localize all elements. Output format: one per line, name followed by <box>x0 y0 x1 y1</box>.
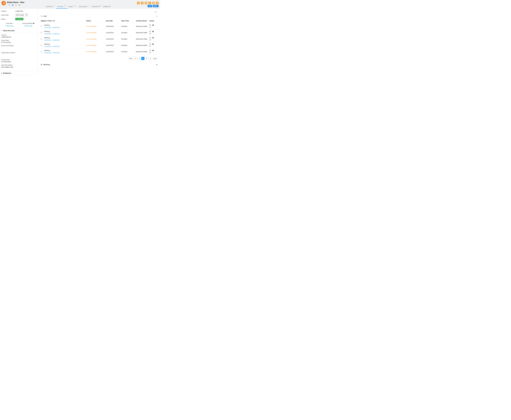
brand-text: Bobet Dixon - New <box>7 1 24 6</box>
row-checkbox[interactable] <box>41 45 42 46</box>
tab-documents[interactable]: Documents 2 <box>77 4 90 9</box>
activity-date-range-link[interactable]: 21/02/2022 - 22/02/2022 <box>44 27 60 28</box>
close-date-label: Close Date : <box>1 14 15 16</box>
activity-date-range-link[interactable]: 21/02/2022 - 22/02/2022 <box>44 46 60 47</box>
email-icon[interactable] <box>152 24 154 26</box>
row-checkbox[interactable] <box>41 38 42 40</box>
column-action: Action <box>149 19 157 23</box>
pagination-page-4-button[interactable]: 4 <box>141 57 144 60</box>
website-icon[interactable] <box>15 4 17 6</box>
activity-date-range-link[interactable]: 21/02/2022 - 22/02/2022 <box>44 33 60 35</box>
prev-label: Pre <box>149 5 151 7</box>
close-date-text: 07/31/2021 <box>3 41 11 43</box>
status-badge: Completed <box>15 18 23 20</box>
pagination-page-2-button[interactable]: 2 <box>134 57 137 60</box>
tab-lead-form[interactable]: Lead Form <box>90 4 102 9</box>
expand-meeting-section-button[interactable]: + <box>156 64 157 66</box>
row-checkbox[interactable] <box>41 51 42 52</box>
about-deal-section-header[interactable]: − About this deal <box>0 29 38 33</box>
about-close-date-label: Close Date <box>1 38 36 41</box>
comment-icon[interactable] <box>149 37 151 39</box>
tab-bar: Summary 2 Activites 12 Notes 121 Documen… <box>45 4 112 9</box>
edit-icon[interactable] <box>149 45 151 47</box>
comment-icon[interactable] <box>149 43 151 45</box>
employees-section-header[interactable]: + Employees <box>0 71 38 75</box>
page-title: Bobet Dixon - New <box>7 1 24 4</box>
edit-icon[interactable] <box>149 52 151 53</box>
edit-icon[interactable] <box>149 33 151 34</box>
pagination-page-3-button[interactable]: 3 <box>138 57 141 60</box>
row-checkbox[interactable] <box>41 32 42 33</box>
tab-activites[interactable]: Activites 12 <box>56 4 67 9</box>
pagination-first-button[interactable]: First <box>128 57 133 60</box>
tab-label: Related To <box>103 6 111 8</box>
activity-owner: Mohamed Sithik <box>136 48 149 55</box>
email-icon[interactable] <box>152 50 154 51</box>
pagination-last-button[interactable]: Last <box>153 57 157 60</box>
tab-label: Notes <box>69 6 73 8</box>
status-ring-icon <box>86 32 87 33</box>
email-icon[interactable] <box>12 4 14 6</box>
email-icon[interactable] <box>152 37 154 39</box>
top-bar: Bobet Dixon - New Summary 2 Activites 12 <box>0 0 160 9</box>
tab-summary[interactable]: Summary 2 <box>45 4 56 9</box>
group-icon <box>41 64 42 66</box>
search-icon <box>155 11 157 13</box>
email-icon[interactable] <box>152 31 154 32</box>
collapse-icon: − <box>1 30 2 31</box>
crm-deal-page: Bobet Dixon - New Summary 2 Activites 12 <box>0 0 160 107</box>
collapse-call-section-button[interactable]: − <box>156 15 157 17</box>
row-checkbox[interactable] <box>41 26 42 27</box>
activities-panel: Call − Subject / From / To Status Due Da… <box>38 9 160 107</box>
activity-start-time: 03:30pm <box>121 23 136 30</box>
previous-record-button[interactable]: ‹ Pre <box>147 5 153 7</box>
edit-icon[interactable] <box>149 26 151 28</box>
deal-description-value: New Adagio Suite <box>1 66 36 68</box>
pagination-page-5-button[interactable]: 5 <box>145 57 148 60</box>
pagination-page-6-button[interactable]: 6 <box>149 57 152 60</box>
tab-related-to[interactable]: Related To <box>102 4 112 9</box>
activity-start-time: 03:30pm <box>121 36 136 42</box>
fax-icon[interactable] <box>19 4 20 6</box>
activity-date-range-link[interactable]: 21/02/2022 - 22/02/2022 <box>44 52 60 54</box>
about-amount-value: CA$45,000.00 <box>1 36 36 38</box>
comment-icon[interactable] <box>149 50 151 51</box>
calendar-icon <box>26 14 27 16</box>
activity-subject: Meeting <box>44 43 86 45</box>
comment-icon[interactable] <box>149 31 151 32</box>
column-due-date: Due Date <box>106 19 121 23</box>
status-ring-icon <box>86 51 87 52</box>
activity-date-range-link[interactable]: 21/02/2022 - 22/02/2022 <box>44 39 60 41</box>
activity-due-date: 21/02/2022 <box>106 30 121 36</box>
table-row: Meeting 21/02/2022 - 22/02/2022 Not Star… <box>41 23 157 30</box>
create-date-text: 03/31/2020 <box>3 61 11 63</box>
next-record-button[interactable]: Next › <box>153 5 159 7</box>
comment-icon[interactable] <box>149 24 151 26</box>
amount-label: Amount : <box>1 10 15 12</box>
amount-value: CA$45,000 <box>15 10 23 12</box>
calendar-button[interactable] <box>156 2 159 4</box>
last-contacted-label-row: Last Contacted <box>19 22 38 24</box>
calendar-icon <box>1 42 3 43</box>
activity-due-date: 21/02/2022 <box>106 42 121 48</box>
email-button[interactable] <box>145 2 147 4</box>
sms-button[interactable] <box>152 2 155 4</box>
compose-button[interactable] <box>137 2 140 4</box>
phone-icon[interactable] <box>8 4 10 6</box>
close-date-placeholder: dd-mm-yyyy <box>16 14 24 16</box>
close-date-input[interactable]: dd-mm-yyyy <box>15 14 28 16</box>
pagination: First 2 3 4 5 6 Last <box>41 57 157 60</box>
search-button[interactable] <box>154 10 157 14</box>
closed-lost-reason-label: Clost Lost Reason <box>1 44 36 47</box>
tab-notes[interactable]: Notes 121 <box>68 4 77 9</box>
column-subject: Subject / From / To <box>41 19 86 23</box>
activity-subject: Meeting <box>44 50 86 51</box>
link-button[interactable] <box>141 2 143 4</box>
last-seen-value: 6 days ago <box>0 25 19 27</box>
last-contacted-label: Last Contacted <box>22 22 32 24</box>
email-icon[interactable] <box>152 43 154 45</box>
activity-subject: Meeting <box>44 30 86 32</box>
edit-icon[interactable] <box>149 39 151 41</box>
call-button[interactable] <box>148 2 151 4</box>
create-date-value: 03/31/2020 <box>1 61 36 63</box>
